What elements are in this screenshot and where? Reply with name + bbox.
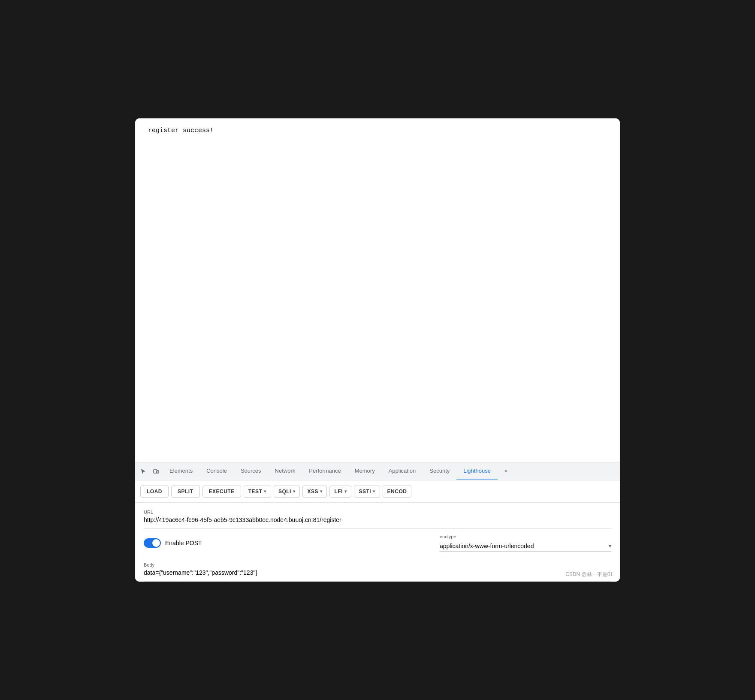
page-content-area: register success! xyxy=(135,118,620,462)
body-label: Body xyxy=(144,562,611,567)
enable-post-container: Enable POST xyxy=(144,538,202,548)
load-button[interactable]: LOAD xyxy=(140,486,169,498)
lfi-dropdown-arrow: ▾ xyxy=(344,489,347,494)
toggle-knob xyxy=(152,539,160,547)
device-toggle-icon[interactable] xyxy=(150,465,163,478)
tab-application[interactable]: Application xyxy=(382,462,423,480)
ssti-dropdown-arrow: ▾ xyxy=(373,489,375,494)
hackbar-toolbar: LOAD SPLIT EXECUTE TEST ▾ SQLI ▾ XSS ▾ L… xyxy=(135,480,620,503)
devtools-panel: Elements Console Sources Network Perform… xyxy=(135,462,620,582)
tab-network[interactable]: Network xyxy=(268,462,302,480)
tab-more[interactable]: » xyxy=(498,462,514,480)
url-section: URL http://419ac6c4-fc96-45f5-aeb5-9c133… xyxy=(135,503,620,528)
watermark: CSDN @林一不是01 xyxy=(565,571,613,578)
test-dropdown-arrow: ▾ xyxy=(264,489,266,494)
enable-post-toggle[interactable] xyxy=(144,538,161,548)
tab-lighthouse[interactable]: Lighthouse xyxy=(456,462,498,480)
enctype-value: application/x-www-form-urlencoded xyxy=(440,543,534,549)
tab-console[interactable]: Console xyxy=(199,462,234,480)
url-label: URL xyxy=(144,510,611,515)
xss-dropdown-arrow: ▾ xyxy=(320,489,323,494)
execute-button[interactable]: EXECUTE xyxy=(202,486,241,498)
enctype-arrow-icon: ▾ xyxy=(609,543,611,549)
lfi-dropdown-button[interactable]: LFI ▾ xyxy=(329,486,351,498)
svg-rect-1 xyxy=(157,471,159,473)
enctype-section: enctype application/x-www-form-urlencode… xyxy=(440,534,611,552)
tab-sources[interactable]: Sources xyxy=(234,462,268,480)
body-section: Body data={"username":"123","password":"… xyxy=(135,557,620,581)
browser-window: register success! Elements Consol xyxy=(135,118,620,582)
test-dropdown-button[interactable]: TEST ▾ xyxy=(244,486,271,498)
enctype-label: enctype xyxy=(440,534,611,539)
cursor-icon[interactable] xyxy=(137,465,150,478)
tab-security[interactable]: Security xyxy=(423,462,456,480)
xss-dropdown-button[interactable]: XSS ▾ xyxy=(302,486,327,498)
encod-button[interactable]: ENCOD xyxy=(383,486,412,498)
devtools-tab-bar: Elements Console Sources Network Perform… xyxy=(135,462,620,480)
enable-post-label: Enable POST xyxy=(165,540,202,546)
url-value[interactable]: http://419ac6c4-fc96-45f5-aeb5-9c1333abb… xyxy=(144,516,611,523)
body-value[interactable]: data={"username":"123","password":"123"} xyxy=(144,569,611,576)
post-section: Enable POST enctype application/x-www-fo… xyxy=(135,529,620,557)
tab-memory[interactable]: Memory xyxy=(348,462,382,480)
split-button[interactable]: SPLIT xyxy=(171,486,200,498)
page-output-text: register success! xyxy=(148,127,607,134)
sqli-dropdown-arrow: ▾ xyxy=(293,489,296,494)
tab-elements[interactable]: Elements xyxy=(163,462,199,480)
enctype-select[interactable]: application/x-www-form-urlencoded ▾ xyxy=(440,541,611,552)
body-divider xyxy=(144,581,611,582)
ssti-dropdown-button[interactable]: SSTI ▾ xyxy=(354,486,380,498)
sqli-dropdown-button[interactable]: SQLI ▾ xyxy=(274,486,300,498)
tab-performance[interactable]: Performance xyxy=(302,462,347,480)
